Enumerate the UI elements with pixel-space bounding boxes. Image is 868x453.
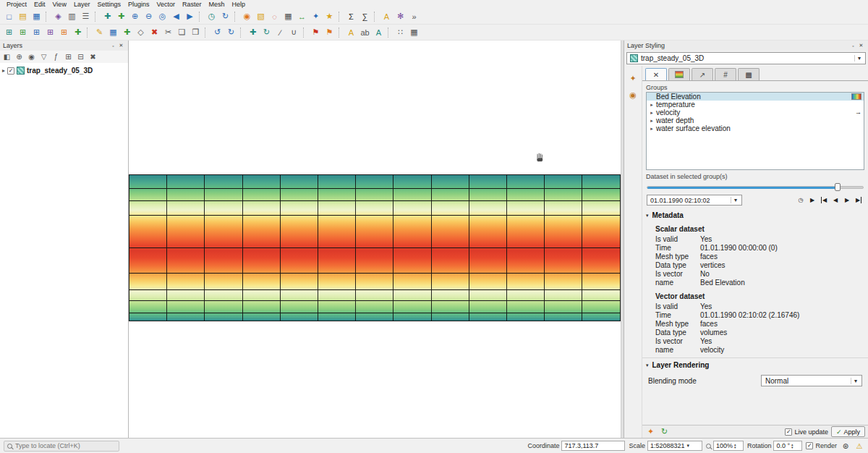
skip-previous-icon[interactable]: ◀ xyxy=(830,195,841,205)
label-settings-icon[interactable]: ab xyxy=(358,25,372,39)
expander-icon[interactable]: ▸ xyxy=(649,110,655,116)
rotation-spinbox[interactable]: 0.0 ° ▴▾ xyxy=(773,441,802,451)
refresh-map-icon[interactable]: ↻ xyxy=(218,9,232,23)
tab-3d-view[interactable]: ▩ xyxy=(738,68,760,80)
scale-combo[interactable]: 1:52088321 ▾ xyxy=(647,441,702,451)
coordinate-box[interactable] xyxy=(561,441,625,451)
move-label-icon[interactable]: A xyxy=(372,25,386,39)
layer-tree-item[interactable]: ▸ ✓ trap_steady_05_3D xyxy=(0,66,128,75)
filter-expression-icon[interactable]: ƒ xyxy=(51,51,61,62)
spinner-arrows-icon[interactable]: ▴▾ xyxy=(734,443,736,449)
expander-icon[interactable]: ▸ xyxy=(649,118,655,124)
locate-input[interactable] xyxy=(15,442,116,449)
chevron-down-icon[interactable]: ▾ xyxy=(851,378,860,384)
refresh-style-icon[interactable]: ↻ xyxy=(659,426,670,437)
paste-features-icon[interactable]: ❐ xyxy=(189,25,203,39)
group-row-water-surface-elevation[interactable]: ▸ water surface elevation xyxy=(647,124,864,132)
save-project-icon[interactable]: ▦ xyxy=(30,9,43,23)
menu-plugins[interactable]: Plugins xyxy=(124,1,153,8)
group-row-velocity[interactable]: ▸ velocity → xyxy=(647,109,864,117)
menu-layer[interactable]: Layer xyxy=(70,1,94,8)
time-settings-icon[interactable]: ◷ xyxy=(796,195,806,205)
label-toolbar-icon[interactable]: A xyxy=(344,25,358,39)
layer-rendering-section-header[interactable]: ▾ Layer Rendering xyxy=(642,358,868,371)
menu-project[interactable]: Project xyxy=(3,1,30,8)
open-layer-styling-icon[interactable]: ◧ xyxy=(1,51,12,62)
expander-icon[interactable]: ▸ xyxy=(649,102,655,108)
remove-layer-icon[interactable]: ✖ xyxy=(88,51,98,62)
measure-icon[interactable]: ↔ xyxy=(295,9,309,23)
skip-first-icon[interactable]: ◀ xyxy=(819,195,829,205)
menu-help[interactable]: Help xyxy=(229,1,250,8)
layer-visibility-checkbox[interactable]: ✓ xyxy=(7,67,14,75)
blending-mode-combo[interactable]: Normal ▾ xyxy=(761,375,862,386)
symbology-tab-icon[interactable]: ✦ xyxy=(627,72,639,84)
expander-icon[interactable]: ▸ xyxy=(2,67,5,74)
data-source-manager-icon[interactable]: ⊞ xyxy=(2,25,16,39)
skip-next-icon[interactable]: ▶ xyxy=(842,195,852,205)
add-vector-layer-icon[interactable]: ⊞ xyxy=(16,25,30,39)
expand-all-icon[interactable]: ⊞ xyxy=(63,51,74,62)
split-features-icon[interactable]: ∕ xyxy=(273,25,287,39)
menu-raster[interactable]: Raster xyxy=(179,1,205,8)
close-panel-icon[interactable]: ✕ xyxy=(857,42,865,50)
new-layout-icon[interactable]: ▥ xyxy=(65,9,79,23)
pan-to-selection-icon[interactable]: ✚ xyxy=(114,9,128,23)
history-tab-icon[interactable]: ◉ xyxy=(627,89,639,101)
zoom-last-icon[interactable]: ◀ xyxy=(169,9,183,23)
move-feature-icon[interactable]: ✚ xyxy=(246,25,260,39)
chevron-down-icon[interactable]: ▾ xyxy=(687,443,690,449)
toolbar-grip-icon[interactable]: ∷ xyxy=(393,25,407,39)
field-calculator-icon[interactable]: Σ xyxy=(344,9,358,23)
group-row-water-depth[interactable]: ▸ water depth xyxy=(647,117,864,124)
dataset-slider-handle[interactable] xyxy=(835,183,841,191)
section-collapse-icon[interactable]: ▾ xyxy=(646,213,649,219)
open-project-icon[interactable]: ▤ xyxy=(16,9,30,23)
group-row-temperature[interactable]: ▸ temperature xyxy=(647,101,864,109)
undo-icon[interactable]: ↺ xyxy=(210,25,224,39)
redo-icon[interactable]: ↻ xyxy=(224,25,238,39)
new-shapefile-icon[interactable]: ✚ xyxy=(71,25,85,39)
spinner-arrows-icon[interactable]: ▴▾ xyxy=(791,443,793,449)
menu-view[interactable]: View xyxy=(49,1,70,8)
add-delimited-text-icon[interactable]: ⊞ xyxy=(57,25,71,39)
crs-warning-icon[interactable]: ⚑ xyxy=(309,25,323,39)
labeling-icon[interactable]: A xyxy=(380,9,393,23)
close-panel-icon[interactable]: ✕ xyxy=(117,42,125,50)
zoom-out-icon[interactable]: ⊖ xyxy=(142,9,156,23)
toggle-editing-icon[interactable]: ✎ xyxy=(93,25,106,39)
tab-datasets[interactable]: ✕ xyxy=(645,68,667,80)
new-bookmark-icon[interactable]: ★ xyxy=(323,9,336,23)
snapping-grid-icon[interactable]: ▦ xyxy=(407,25,421,39)
save-edits-icon[interactable]: ▦ xyxy=(106,25,120,39)
section-collapse-icon[interactable]: ▾ xyxy=(646,363,649,368)
group-row-bed-elevation[interactable]: Bed Elevation xyxy=(647,93,864,101)
play-icon[interactable]: ▶ xyxy=(807,195,817,205)
time-combo[interactable]: 01.01.1990 02:10:02 ▾ xyxy=(647,195,742,206)
pan-map-icon[interactable]: ✚ xyxy=(101,9,114,23)
tab-mesh-frame[interactable]: # xyxy=(715,68,736,80)
toolbar-overflow-icon[interactable]: » xyxy=(407,9,421,23)
float-panel-icon[interactable]: ▫ xyxy=(109,42,117,50)
live-update-control[interactable]: ✓ Live update xyxy=(785,428,828,436)
collapse-all-icon[interactable]: ⊟ xyxy=(75,51,86,62)
add-mesh-layer-icon[interactable]: ⊞ xyxy=(43,25,57,39)
rotate-feature-icon[interactable]: ↻ xyxy=(260,25,273,39)
statistics-icon[interactable]: ∑ xyxy=(358,9,372,23)
style-options-icon[interactable]: ✦ xyxy=(645,426,656,437)
menu-mesh[interactable]: Mesh xyxy=(205,1,229,8)
new-project-icon[interactable]: □ xyxy=(2,9,16,23)
cut-features-icon[interactable]: ✂ xyxy=(161,25,175,39)
magnifier-spinbox[interactable]: 100% ▴▾ xyxy=(713,441,744,451)
vertex-tool-icon[interactable]: ◇ xyxy=(134,25,148,39)
map-tips-icon[interactable]: ✦ xyxy=(309,9,323,23)
style-manager-icon[interactable]: ◈ xyxy=(51,9,65,23)
identify-features-icon[interactable]: ◉ xyxy=(240,9,254,23)
chevron-down-icon[interactable]: ▾ xyxy=(854,55,864,62)
zoom-full-icon[interactable]: ◎ xyxy=(156,9,169,23)
chevron-down-icon[interactable]: ▾ xyxy=(731,197,740,203)
select-features-icon[interactable]: ▧ xyxy=(254,9,268,23)
crs-status-icon[interactable]: ⊛ xyxy=(841,441,851,451)
tab-contours[interactable] xyxy=(668,68,690,80)
zoom-in-icon[interactable]: ⊕ xyxy=(128,9,142,23)
